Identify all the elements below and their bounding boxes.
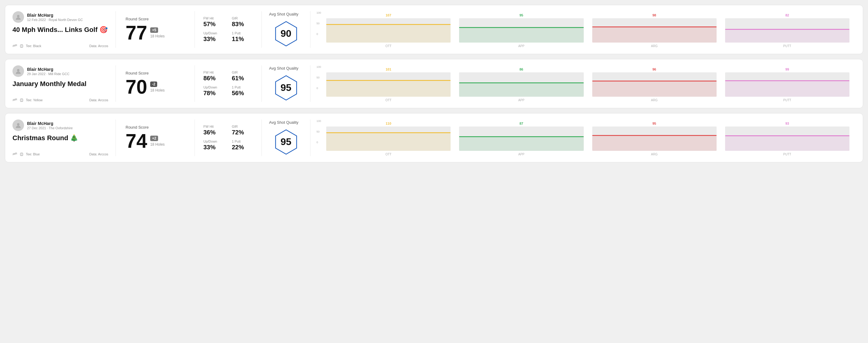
- oneputt-label: 1 Putt: [232, 139, 253, 143]
- bottom-row: Tee: Blue Data: Arccos: [12, 152, 108, 156]
- round-score-label: Round Score: [126, 125, 185, 129]
- fw-hit-value: 36%: [204, 129, 225, 136]
- chart-section: 100 50 0 107 OTT 95 APP 98: [310, 11, 856, 48]
- date-course: 12 Feb 2022 · Royal North Devon GC: [27, 18, 83, 22]
- chart-label-ott: OTT: [385, 153, 392, 156]
- quality-section: Avg Shot Quality 95: [262, 65, 310, 102]
- chart-value-ott: 101: [385, 67, 391, 71]
- fw-hit-label: FW Hit: [204, 70, 225, 74]
- quality-section: Avg Shot Quality 95: [262, 120, 310, 156]
- tee-label: Tee: Blue: [26, 152, 40, 156]
- oneputt-value: 11%: [232, 36, 253, 42]
- gir-stat: GIR 72%: [232, 125, 253, 136]
- gir-label: GIR: [232, 70, 253, 74]
- hexagon-container: 90: [272, 20, 300, 48]
- stats-grid: FW Hit 36% GIR 72% Up/Down 33% 1 Putt 22…: [204, 125, 253, 151]
- round-card: Blair McHarg 29 Jan 2022 · Mill Ride GCC…: [5, 59, 863, 108]
- avatar: [12, 120, 24, 131]
- chart-col-putt: 82 PUTT: [725, 13, 849, 48]
- chart-value-ott: 107: [385, 13, 391, 17]
- svg-point-0: [17, 15, 20, 17]
- updown-label: Up/Down: [204, 139, 225, 143]
- chart-col-app: 95 APP: [459, 13, 583, 48]
- chart-col-ott: 101 OTT: [326, 67, 451, 102]
- user-name: Blair McHarg: [27, 67, 69, 72]
- chart-label-ott: OTT: [385, 98, 392, 102]
- round-title: January Monthly Medal: [12, 80, 108, 88]
- holes-label: 18 Holes: [150, 34, 164, 38]
- data-source: Data: Arccos: [89, 98, 108, 102]
- updown-stat: Up/Down 33%: [204, 139, 225, 151]
- chart-col-putt: 99 PUTT: [725, 67, 849, 102]
- updown-value: 33%: [204, 144, 225, 151]
- chart-col-arg: 96 ARG: [592, 67, 717, 102]
- svg-point-6: [17, 123, 20, 126]
- fw-hit-value: 86%: [204, 75, 225, 82]
- chart-col-ott: 107 OTT: [326, 13, 451, 48]
- oneputt-stat: 1 Putt 22%: [232, 139, 253, 151]
- chart-value-ott: 110: [385, 122, 391, 125]
- user-row: Blair McHarg 29 Jan 2022 · Mill Ride GCC: [12, 65, 108, 77]
- gir-label: GIR: [232, 125, 253, 128]
- oneputt-stat: 1 Putt 56%: [232, 86, 253, 97]
- gir-stat: GIR 83%: [232, 17, 253, 28]
- chart-value-arg: 98: [652, 13, 656, 17]
- fw-hit-label: FW Hit: [204, 125, 225, 128]
- fw-hit-stat: FW Hit 36%: [204, 125, 225, 136]
- stats-section: FW Hit 57% GIR 83% Up/Down 33% 1 Putt 11…: [195, 11, 262, 48]
- chart-value-putt: 93: [785, 122, 789, 125]
- round-info: Blair McHarg 12 Feb 2022 · Royal North D…: [12, 11, 116, 48]
- quality-label: Avg Shot Quality: [269, 120, 299, 125]
- fw-hit-label: FW Hit: [204, 17, 225, 20]
- round-title: 40 Mph Winds... Links Golf 🎯: [12, 26, 108, 34]
- data-source: Data: Arccos: [89, 152, 108, 156]
- oneputt-value: 22%: [232, 144, 253, 151]
- big-score: 70: [126, 77, 147, 97]
- fw-hit-stat: FW Hit 86%: [204, 70, 225, 82]
- weather-icon: [12, 98, 17, 102]
- hexagon-container: 95: [272, 128, 300, 156]
- weather-icon: [12, 44, 17, 48]
- updown-label: Up/Down: [204, 31, 225, 35]
- big-score: 77: [126, 23, 147, 42]
- score-section: Round Score 74 +2 18 Holes: [116, 120, 195, 156]
- chart-value-app: 87: [520, 122, 523, 125]
- chart-col-ott: 110 OTT: [326, 122, 451, 156]
- updown-value: 78%: [204, 90, 225, 97]
- chart-value-arg: 95: [652, 122, 656, 125]
- chart-col-putt: 93 PUTT: [725, 122, 849, 156]
- tee-label: Tee: Black: [26, 44, 41, 48]
- chart-col-arg: 95 ARG: [592, 122, 717, 156]
- data-source: Data: Arccos: [89, 44, 108, 48]
- quality-label: Avg Shot Quality: [269, 66, 299, 70]
- chart-col-arg: 98 ARG: [592, 13, 717, 48]
- chart-label-putt: PUTT: [783, 153, 791, 156]
- user-info: Blair McHarg 29 Jan 2022 · Mill Ride GCC: [27, 67, 69, 76]
- oneputt-label: 1 Putt: [232, 86, 253, 89]
- score-diff-badge: -2: [150, 82, 157, 87]
- chart-value-app: 86: [520, 67, 523, 71]
- chart-label-ott: OTT: [385, 44, 392, 48]
- chart-section: 100 50 0 101 OTT 86 APP 96: [310, 65, 856, 102]
- chart-value-arg: 96: [652, 67, 656, 71]
- gir-label: GIR: [232, 17, 253, 20]
- score-row: 74 +2 18 Holes: [126, 131, 185, 151]
- chart-value-putt: 99: [785, 67, 789, 71]
- gir-stat: GIR 61%: [232, 70, 253, 82]
- oneputt-value: 56%: [232, 90, 253, 97]
- score-row: 70 -2 18 Holes: [126, 77, 185, 97]
- score-badge-wrap: +5 18 Holes: [150, 27, 164, 38]
- hex-score: 95: [281, 82, 291, 93]
- holes-label: 18 Holes: [150, 88, 164, 92]
- quality-section: Avg Shot Quality 90: [262, 11, 310, 48]
- oneputt-label: 1 Putt: [232, 31, 253, 35]
- tee-label: Tee: Yellow: [26, 98, 42, 102]
- fw-hit-value: 57%: [204, 21, 225, 28]
- date-course: 29 Jan 2022 · Mill Ride GCC: [27, 72, 69, 76]
- chart-label-app: APP: [518, 153, 524, 156]
- user-info: Blair McHarg 12 Feb 2022 · Royal North D…: [27, 13, 83, 22]
- chart-value-app: 95: [520, 13, 523, 17]
- chart-label-arg: ARG: [651, 44, 658, 48]
- chart-label-putt: PUTT: [783, 98, 791, 102]
- chart-label-arg: ARG: [651, 153, 658, 156]
